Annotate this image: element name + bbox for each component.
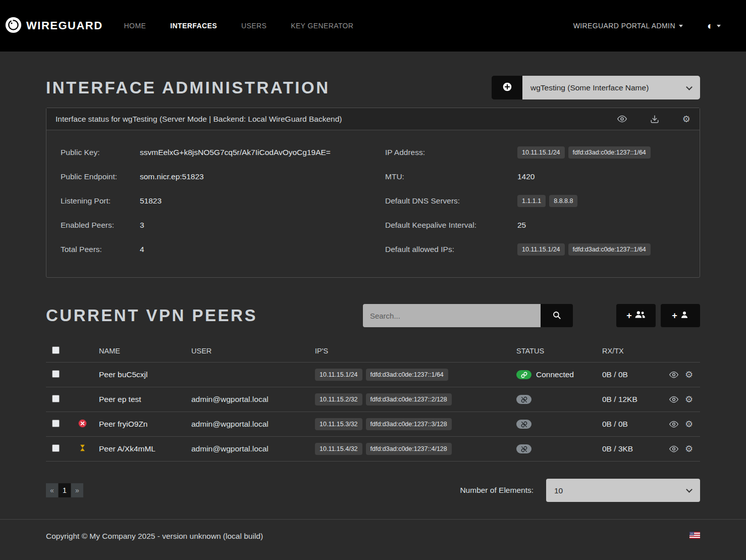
interface-select-wrap: wgTesting (Some Interface Name) [522, 76, 700, 99]
add-peer-buttons: + + [616, 304, 700, 327]
elements-per-page-select[interactable]: 10 [546, 479, 700, 502]
chevron-down-icon [717, 25, 721, 27]
brand-link[interactable]: WireGuard [5, 17, 103, 35]
peer-ip-badge: 10.11.15.4/32 [315, 443, 362, 455]
nav-item-home[interactable]: HOME [124, 22, 146, 30]
interface-select-group: wgTesting (Some Interface Name) [492, 76, 700, 99]
peer-status-text: Connected [536, 370, 574, 379]
pagination-prev-button[interactable]: « [46, 483, 59, 497]
peer-row: Peer A/Xk4mML admin@wgportal.local 10.11… [46, 437, 700, 462]
view-peer-icon[interactable] [669, 420, 678, 429]
edit-peer-gear-icon[interactable]: ⚙ [685, 444, 693, 453]
ip-badge: 10.11.15.1/24 [517, 146, 565, 159]
elements-per-page-label: Number of Elements: [460, 486, 534, 495]
view-peer-icon[interactable] [669, 370, 678, 379]
interface-card-header: Interface status for wgTesting (Server M… [46, 108, 700, 130]
interface-card-title: Interface status for wgTesting (Server M… [56, 115, 342, 124]
peer-user: admin@wgportal.local [191, 395, 315, 404]
copyright-text: Copyright © My Company 2025 - version un… [46, 532, 263, 541]
add-multiple-peers-button[interactable]: + [616, 304, 656, 327]
pagination-next-button[interactable]: » [71, 483, 84, 497]
peer-rxtx: 0B / 0B [602, 370, 669, 379]
field-label: Default Keepalive Interval: [385, 221, 517, 230]
allowed-ip-badge: 10.11.15.1/24 [517, 243, 565, 256]
public-key-value: ssvmEelxG+k8jsNO5G7cq5r/Ak7IiCodAvOyoCg1… [140, 148, 331, 157]
row-checkbox[interactable] [52, 395, 60, 402]
connected-link-icon [516, 370, 531, 379]
interface-card-actions: ⚙ [617, 114, 690, 124]
peers-table: NAME USER IP'S STATUS RX/TX Peer buC5cxj… [46, 339, 700, 462]
users-icon [634, 310, 646, 322]
plus-icon: + [626, 311, 632, 321]
page-footer: Copyright © My Company 2025 - version un… [0, 519, 746, 553]
us-flag-icon[interactable] [689, 532, 700, 541]
view-config-icon[interactable] [617, 114, 627, 124]
column-header-status: STATUS [516, 347, 602, 355]
elements-per-page-group: Number of Elements: 10 [460, 479, 700, 502]
dns-badge: 1.1.1.1 [517, 195, 546, 207]
interface-details-left: Public Key:ssvmEelxG+k8jsNO5G7cq5r/Ak7Ii… [61, 145, 373, 267]
edit-peer-gear-icon[interactable]: ⚙ [685, 395, 693, 404]
view-peer-icon[interactable] [669, 444, 678, 453]
peers-section-head: CURRENT VPN PEERS + [46, 304, 700, 327]
plus-icon: + [672, 311, 677, 321]
peer-user: admin@wgportal.local [191, 444, 315, 453]
search-input[interactable] [363, 304, 541, 327]
peer-ip-badge: fdfd:d3ad:c0de:1237::3/128 [366, 418, 452, 430]
user-menu-label: WIREGUARD PORTAL ADMIN [573, 22, 675, 30]
edit-peer-gear-icon[interactable]: ⚙ [685, 370, 693, 379]
ip-badge: fdfd:d3ad:c0de:1237::1/64 [568, 146, 651, 159]
peer-name: Peer A/Xk4mML [99, 444, 191, 453]
peer-rxtx: 0B / 3KB [602, 444, 669, 453]
interface-card-body: Public Key:ssvmEelxG+k8jsNO5G7cq5r/Ak7Ii… [46, 130, 700, 277]
total-peers-value: 4 [140, 245, 144, 254]
edit-peer-gear-icon[interactable]: ⚙ [685, 420, 693, 429]
pagination-page-1[interactable]: 1 [59, 483, 71, 497]
page-head: INTERFACE ADMINISTRATION wgTesting (Some… [46, 76, 700, 99]
peers-table-header: NAME USER IP'S STATUS RX/TX [46, 339, 700, 363]
search-button[interactable] [541, 304, 573, 327]
user-menu-dropdown[interactable]: WIREGUARD PORTAL ADMIN [573, 22, 683, 30]
allowed-ip-badge: fdfd:d3ad:c0de:1237::1/64 [568, 243, 651, 256]
theme-toggle-dropdown[interactable]: ◐ [707, 20, 721, 32]
nav-item-interfaces[interactable]: INTERFACES [170, 22, 217, 30]
mtu-value: 1420 [517, 172, 535, 181]
nav-item-users[interactable]: USERS [241, 22, 267, 30]
pagination: « 1 » [46, 483, 84, 497]
public-endpoint-value: som.nicr.ep:51823 [140, 172, 204, 181]
field-label: Default DNS Servers: [385, 196, 517, 206]
dns-badge: 8.8.8.8 [549, 195, 577, 207]
download-config-icon[interactable] [650, 115, 659, 124]
keepalive-value: 25 [517, 221, 526, 230]
user-icon [680, 310, 689, 322]
field-label: Public Key: [61, 148, 140, 157]
interface-select[interactable]: wgTesting (Some Interface Name) [522, 76, 700, 99]
elements-select-wrap: 10 [546, 479, 700, 502]
interface-details-right: IP Address: 10.11.15.1/24 fdfd:d3ad:c0de… [373, 145, 685, 267]
top-navbar: WireGuard HOME INTERFACES USERS KEY GENE… [0, 0, 746, 52]
row-checkbox[interactable] [52, 444, 60, 452]
enabled-peers-value: 3 [140, 221, 144, 230]
add-interface-button[interactable] [492, 76, 522, 99]
peer-ip-badge: 10.11.15.3/32 [315, 418, 362, 430]
row-checkbox[interactable] [52, 370, 60, 378]
peer-expiring-hourglass-icon [79, 443, 86, 454]
peer-ip-badge: fdfd:d3ad:c0de:1237::4/128 [366, 443, 452, 455]
add-peer-button[interactable]: + [661, 304, 700, 327]
view-peer-icon[interactable] [669, 395, 678, 404]
table-foot: « 1 » Number of Elements: 10 [46, 479, 700, 502]
field-label: Listening Port: [61, 196, 140, 206]
field-label: Public Endpoint: [61, 172, 140, 181]
page-title: INTERFACE ADMINISTRATION [46, 78, 330, 97]
peer-name: Peer ep test [99, 395, 191, 404]
peer-rxtx: 0B / 12KB [602, 395, 669, 404]
select-all-checkbox[interactable] [52, 346, 60, 354]
column-header-user: USER [191, 347, 315, 355]
column-header-rxtx: RX/TX [602, 347, 669, 355]
brand-text: WireGuard [26, 19, 103, 32]
row-checkbox[interactable] [52, 420, 60, 427]
nav-item-key-generator[interactable]: KEY GENERATOR [291, 22, 353, 30]
field-label: MTU: [385, 172, 517, 181]
edit-interface-gear-icon[interactable]: ⚙ [682, 115, 690, 124]
disconnected-link-slash-icon [516, 444, 531, 453]
